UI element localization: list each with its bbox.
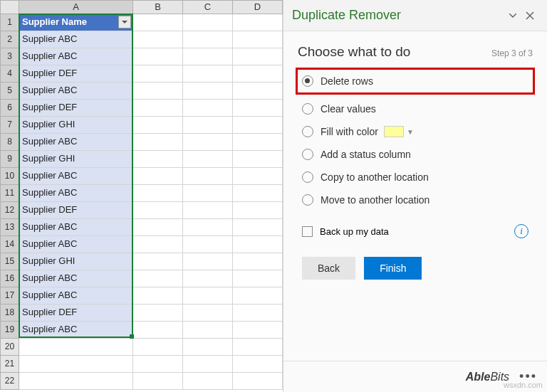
cell[interactable]: [183, 100, 233, 117]
data-cell[interactable]: Supplier ABC: [19, 322, 133, 339]
cell[interactable]: [233, 339, 283, 356]
cell[interactable]: [183, 65, 233, 83]
cell[interactable]: [233, 83, 283, 100]
cell[interactable]: [233, 31, 283, 48]
cell[interactable]: [183, 202, 233, 219]
data-cell[interactable]: Supplier ABC: [19, 168, 133, 185]
cell[interactable]: [233, 219, 283, 236]
row-header[interactable]: 11: [0, 185, 19, 202]
data-cell[interactable]: Supplier DEF: [19, 304, 133, 322]
cell[interactable]: [133, 100, 183, 117]
data-cell[interactable]: Supplier ABC: [19, 270, 133, 287]
row-header[interactable]: 7: [0, 117, 19, 134]
option-add-status-column[interactable]: Add a status column: [298, 143, 533, 166]
cell[interactable]: [233, 202, 283, 219]
cell[interactable]: [183, 117, 233, 134]
row-header[interactable]: 17: [0, 287, 19, 304]
color-swatch[interactable]: [384, 126, 404, 137]
data-cell[interactable]: Supplier ABC: [19, 31, 133, 48]
cell[interactable]: [233, 236, 283, 253]
cell[interactable]: [133, 83, 183, 100]
cell[interactable]: [133, 356, 183, 373]
cell[interactable]: [233, 65, 283, 83]
col-header-a[interactable]: A: [19, 0, 133, 14]
cell[interactable]: [19, 339, 133, 356]
col-header-b[interactable]: B: [133, 0, 183, 14]
cell[interactable]: [183, 168, 233, 185]
row-header[interactable]: 4: [0, 65, 19, 83]
cell[interactable]: [133, 339, 183, 356]
cell[interactable]: [133, 117, 183, 134]
cell[interactable]: [233, 100, 283, 117]
cell[interactable]: [19, 356, 133, 373]
row-header[interactable]: 6: [0, 100, 19, 117]
cell[interactable]: [133, 48, 183, 65]
cell[interactable]: [19, 373, 133, 390]
option-clear-values[interactable]: Clear values: [298, 97, 533, 120]
row-header[interactable]: 2: [0, 31, 19, 48]
info-icon[interactable]: i: [514, 224, 528, 238]
filter-button[interactable]: [118, 16, 131, 28]
cell[interactable]: [133, 270, 183, 287]
cell[interactable]: [133, 14, 183, 31]
data-cell[interactable]: Supplier DEF: [19, 65, 133, 83]
cell[interactable]: [233, 322, 283, 339]
option-delete-rows[interactable]: Delete rows: [296, 68, 535, 95]
cell[interactable]: [183, 270, 233, 287]
cell[interactable]: [233, 134, 283, 151]
row-header[interactable]: 18: [0, 304, 19, 322]
row-header[interactable]: 5: [0, 83, 19, 100]
cell[interactable]: [233, 287, 283, 304]
cell[interactable]: [183, 83, 233, 100]
cell[interactable]: [233, 117, 283, 134]
cell[interactable]: [233, 304, 283, 322]
data-cell[interactable]: Supplier ABC: [19, 185, 133, 202]
pane-menu-button[interactable]: [504, 7, 521, 24]
cell[interactable]: [233, 185, 283, 202]
row-header[interactable]: 21: [0, 356, 19, 373]
cell[interactable]: [133, 202, 183, 219]
cell[interactable]: [133, 185, 183, 202]
cell[interactable]: [133, 134, 183, 151]
data-cell[interactable]: Supplier GHI: [19, 151, 133, 168]
cell[interactable]: [183, 151, 233, 168]
option-copy-location[interactable]: Copy to another location: [298, 166, 533, 189]
cell[interactable]: [133, 236, 183, 253]
pane-close-button[interactable]: [521, 7, 538, 24]
cell[interactable]: [233, 253, 283, 270]
row-header[interactable]: 15: [0, 253, 19, 270]
row-header[interactable]: 10: [0, 168, 19, 185]
cell[interactable]: [183, 304, 233, 322]
option-fill-color[interactable]: Fill with color ▼: [298, 120, 533, 143]
cell[interactable]: [233, 151, 283, 168]
cell[interactable]: [133, 168, 183, 185]
cell[interactable]: [183, 287, 233, 304]
cell[interactable]: [183, 48, 233, 65]
cell[interactable]: [183, 236, 233, 253]
cell[interactable]: [133, 65, 183, 83]
row-header[interactable]: 13: [0, 219, 19, 236]
cell[interactable]: [233, 356, 283, 373]
data-cell[interactable]: Supplier ABC: [19, 219, 133, 236]
cell[interactable]: [183, 185, 233, 202]
cell[interactable]: [183, 253, 233, 270]
row-header[interactable]: 3: [0, 48, 19, 65]
data-cell[interactable]: Supplier ABC: [19, 83, 133, 100]
backup-row[interactable]: Back up my data i: [298, 217, 533, 238]
cell[interactable]: [183, 339, 233, 356]
cell[interactable]: [183, 373, 233, 390]
row-header[interactable]: 19: [0, 322, 19, 339]
data-cell[interactable]: Supplier ABC: [19, 134, 133, 151]
cell[interactable]: [233, 14, 283, 31]
row-header[interactable]: 8: [0, 134, 19, 151]
data-cell[interactable]: Supplier ABC: [19, 48, 133, 65]
cell[interactable]: [183, 219, 233, 236]
col-header-c[interactable]: C: [183, 0, 233, 14]
row-header[interactable]: 20: [0, 339, 19, 356]
data-cell[interactable]: Supplier ABC: [19, 236, 133, 253]
row-header[interactable]: 14: [0, 236, 19, 253]
cell[interactable]: [133, 322, 183, 339]
select-all-corner[interactable]: [0, 0, 19, 14]
cell[interactable]: [233, 270, 283, 287]
data-cell[interactable]: Supplier DEF: [19, 202, 133, 219]
